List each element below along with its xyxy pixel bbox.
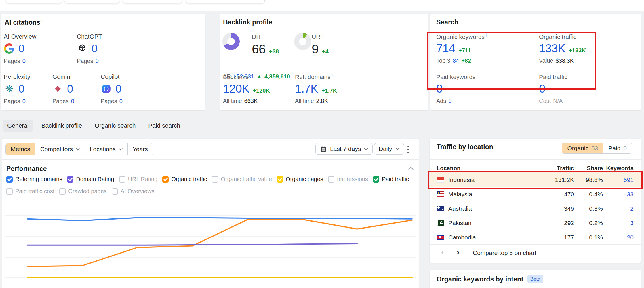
metric-checkbox-label: Organic traffic	[171, 176, 207, 183]
ur-value: 9	[312, 42, 319, 56]
checkbox-icon	[67, 176, 73, 183]
flag-cambodia-icon	[437, 235, 444, 240]
keywords-count-link[interactable]: 591	[603, 176, 634, 183]
checkbox-icon	[162, 176, 169, 183]
traffic-value: 349	[542, 205, 574, 212]
info-icon[interactable]: i	[486, 33, 487, 37]
paid-traffic-value[interactable]: 0	[539, 82, 545, 95]
pages-row: Pages0	[4, 58, 71, 64]
chevron-up-icon	[408, 167, 414, 170]
keywords-count-link[interactable]: 20	[603, 234, 634, 241]
metric-checkbox-impressions[interactable]: Impressions	[328, 176, 368, 183]
share-value: 0.4%	[574, 191, 603, 198]
organic-traffic-metric: Organic traffici 133K+133K Value$38.3K	[539, 33, 586, 64]
series-referring-domains	[27, 218, 412, 221]
metric-checkbox-paid-traffic-cost[interactable]: Paid traffic cost	[6, 188, 54, 195]
backlinks-value[interactable]: 120K	[223, 82, 249, 95]
top-filter-input-3[interactable]	[123, 0, 182, 3]
view-segmented-control: Metrics Competitors Locations Years	[5, 143, 153, 155]
pages-count-link[interactable]: 0	[96, 58, 99, 64]
tab-general[interactable]: General	[3, 120, 33, 132]
metric-checkbox-organic-traffic[interactable]: Organic traffic	[162, 176, 207, 183]
ai-source-label: AI Overview	[4, 33, 71, 40]
paid-keywords-metric: Paid keywordsi 0 Ads0	[436, 73, 478, 104]
tab-organic-search[interactable]: Organic search	[90, 120, 140, 132]
info-icon[interactable]: i	[569, 73, 569, 78]
top-filter-input-2[interactable]	[64, 0, 119, 3]
flag-pakistan-icon	[437, 220, 444, 226]
toggle-paid[interactable]: Paid0	[603, 143, 632, 153]
traffic-by-location-card: Traffic by location Organic53 Paid0 Loca…	[430, 139, 641, 263]
pages-row: Pages0	[77, 58, 144, 64]
flag-australia-icon	[437, 206, 444, 211]
metric-checkbox-paid-traffic[interactable]: Paid traffic	[373, 176, 409, 183]
checkbox-icon	[119, 176, 125, 183]
backlink-profile-card: Backlink profile DRi 66+38 AR152,931▲4,3…	[220, 14, 428, 110]
segment-metrics[interactable]: Metrics	[6, 143, 35, 155]
metric-checkbox-ai-overviews[interactable]: AI Overviews	[112, 188, 155, 195]
table-row-malaysia: Malaysia4700.4%33	[430, 187, 641, 201]
performance-line-chart[interactable]	[2, 201, 419, 288]
tab-paid-search[interactable]: Paid search	[144, 120, 184, 132]
compare-top5-link[interactable]: Compare top 5 on chart	[473, 249, 536, 256]
metric-checkbox-label: Paid traffic cost	[15, 188, 54, 195]
pages-count-link[interactable]: 0	[22, 58, 26, 64]
metric-checkbox-domain-rating[interactable]: Domain Rating	[67, 176, 114, 183]
pages-count-link[interactable]: 0	[119, 98, 123, 104]
keywords-count-link[interactable]: 2	[603, 205, 634, 212]
granularity-button[interactable]: Daily	[374, 143, 404, 155]
collapse-section-button[interactable]	[408, 166, 414, 171]
pages-count-link[interactable]: 0	[71, 98, 74, 104]
info-icon[interactable]: i	[578, 33, 578, 37]
divider	[430, 159, 641, 160]
date-range-button[interactable]: Last 7 days	[315, 143, 373, 155]
metric-checkbox-organic-pages[interactable]: Organic pages	[277, 176, 323, 183]
metric-checkbox-referring-domains[interactable]: Referring domains	[6, 176, 62, 183]
keywords-by-intent-card: Organic keywords by intentBeta	[430, 270, 641, 288]
metric-checkbox-url-rating[interactable]: URL Rating	[119, 176, 158, 183]
organic-traffic-value[interactable]: 133K	[539, 42, 565, 55]
prev-page-button[interactable]: ‹	[441, 247, 444, 256]
pages-count-link[interactable]: 0	[22, 98, 26, 104]
col-traffic: Traffic	[542, 165, 574, 172]
segment-years[interactable]: Years	[127, 143, 153, 155]
divider	[2, 159, 419, 160]
info-icon[interactable]: i	[250, 73, 251, 78]
metric-checkbox-organic-traffic-value[interactable]: Organic traffic value	[212, 176, 272, 183]
ai-citation-value: 0	[18, 43, 24, 55]
ref-domains-metric: Ref. domainsi 1.7K+1.7K All time2.8K	[295, 73, 337, 104]
info-icon[interactable]: i	[262, 33, 262, 37]
ai-citation-item: AI Overview0Pages0	[4, 33, 71, 64]
divider	[430, 244, 641, 245]
tab-backlink-profile[interactable]: Backlink profile	[37, 120, 86, 132]
country-name: Australia	[448, 205, 472, 212]
info-icon[interactable]: i	[41, 18, 42, 23]
toggle-organic[interactable]: Organic53	[562, 143, 603, 153]
info-icon[interactable]: i	[477, 73, 478, 78]
copilot-icon	[101, 83, 112, 94]
ai-citations-title: AI citationsi	[5, 18, 42, 26]
keywords-count-link[interactable]: 33	[603, 191, 634, 198]
next-page-button[interactable]: ›	[456, 247, 460, 256]
segment-competitors[interactable]: Competitors	[35, 143, 85, 155]
more-options-button[interactable]	[405, 144, 411, 155]
chevron-down-icon	[364, 148, 368, 150]
ur-metric: URi 9+4	[312, 33, 329, 56]
info-icon[interactable]: i	[332, 73, 333, 78]
ads-count[interactable]: 0	[448, 98, 451, 104]
metric-checkbox-crawled-pages[interactable]: Crawled pages	[59, 188, 106, 195]
metric-checkbox-label: Organic pages	[286, 176, 323, 183]
organic-keywords-value[interactable]: 714	[436, 42, 455, 55]
top-filter-input-1[interactable]	[6, 0, 62, 3]
keywords-count-link[interactable]: 3	[603, 220, 634, 226]
segment-locations[interactable]: Locations	[85, 143, 127, 155]
info-icon[interactable]: i	[321, 33, 322, 37]
ref-domains-value[interactable]: 1.7K	[295, 82, 318, 95]
table-row-indonesia: Indonesia131.2K98.8%591	[430, 172, 641, 187]
top-filter-input-4[interactable]	[186, 0, 265, 3]
paid-keywords-value[interactable]: 0	[436, 82, 443, 95]
top3-count[interactable]: 84	[453, 57, 459, 64]
traffic-value: 131.2K	[542, 176, 574, 183]
dr-metric: DRi 66+38	[252, 33, 279, 56]
checkbox-icon	[277, 176, 283, 183]
